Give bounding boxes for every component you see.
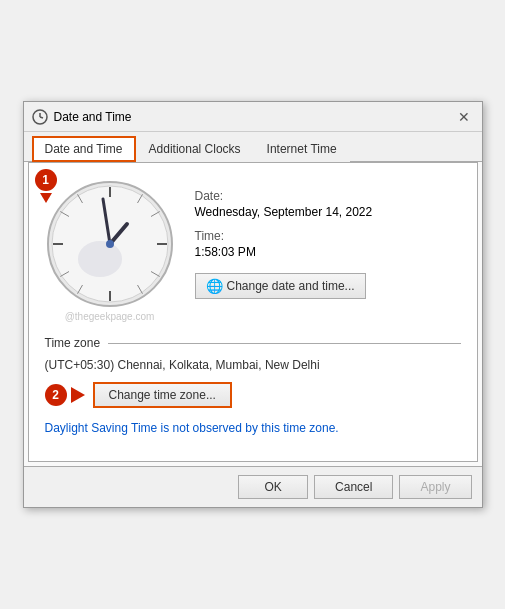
tab-additional-clocks[interactable]: Additional Clocks: [136, 136, 254, 162]
window-icon: [32, 109, 48, 125]
apply-button[interactable]: Apply: [399, 475, 471, 499]
svg-point-20: [106, 240, 114, 248]
date-time-dialog: Date and Time ✕ Date and Time Additional…: [23, 101, 483, 508]
change-tz-row: 2 Change time zone...: [45, 382, 461, 408]
date-label: Date:: [195, 189, 461, 203]
annotation-2: 2: [45, 384, 85, 406]
annotation-arrow-2: [71, 387, 85, 403]
watermark: @thegeekpage.com: [45, 311, 175, 322]
clock-container: 1: [45, 179, 175, 322]
content-area: 1: [28, 162, 478, 462]
change-timezone-button[interactable]: Change time zone...: [93, 382, 232, 408]
divider-line: [108, 343, 460, 344]
analog-clock: [45, 179, 175, 309]
timezone-section-label: Time zone: [45, 336, 101, 350]
timezone-value: (UTC+05:30) Chennai, Kolkata, Mumbai, Ne…: [45, 358, 461, 372]
svg-line-2: [40, 117, 43, 118]
time-value: 1:58:03 PM: [195, 245, 461, 259]
tab-date-time[interactable]: Date and Time: [32, 136, 136, 162]
tab-bar: Date and Time Additional Clocks Internet…: [24, 132, 482, 162]
clock-svg: [45, 179, 175, 309]
window-title: Date and Time: [54, 110, 132, 124]
time-label: Time:: [195, 229, 461, 243]
dst-note: Daylight Saving Time is not observed by …: [45, 420, 461, 437]
date-value: Wednesday, September 14, 2022: [195, 205, 461, 219]
change-date-time-button[interactable]: 🌐 Change date and time...: [195, 273, 366, 299]
annotation-num-2: 2: [45, 384, 67, 406]
title-bar: Date and Time ✕: [24, 102, 482, 132]
cancel-button[interactable]: Cancel: [314, 475, 393, 499]
ok-button[interactable]: OK: [238, 475, 308, 499]
timezone-section-header: Time zone: [45, 336, 461, 350]
tab-internet-time[interactable]: Internet Time: [254, 136, 350, 162]
date-time-info: Date: Wednesday, September 14, 2022 Time…: [195, 179, 461, 299]
change-date-time-label: Change date and time...: [227, 279, 355, 293]
svg-point-17: [78, 241, 122, 277]
close-button[interactable]: ✕: [454, 107, 474, 127]
globe-icon: 🌐: [206, 278, 223, 294]
dialog-footer: OK Cancel Apply: [24, 466, 482, 507]
change-tz-label: Change time zone...: [109, 388, 216, 402]
